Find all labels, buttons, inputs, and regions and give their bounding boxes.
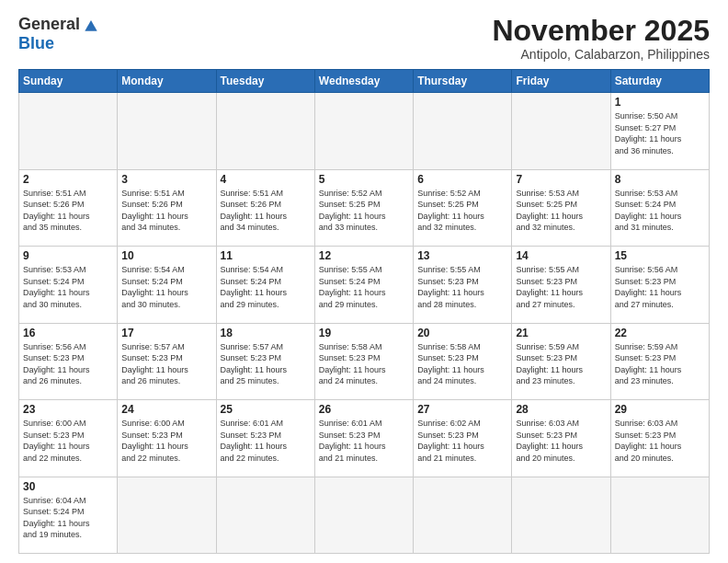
weekday-header-wednesday: Wednesday (314, 70, 413, 93)
calendar-cell: 9Sunrise: 5:53 AM Sunset: 5:24 PM Daylig… (19, 247, 118, 323)
calendar-cell: 26Sunrise: 6:01 AM Sunset: 5:23 PM Dayli… (314, 400, 413, 477)
calendar-cell: 22Sunrise: 5:59 AM Sunset: 5:23 PM Dayli… (610, 323, 709, 399)
day-number: 6 (417, 173, 507, 186)
day-info: Sunrise: 5:55 AM Sunset: 5:24 PM Dayligh… (319, 264, 409, 310)
day-number: 3 (121, 173, 211, 186)
calendar-cell: 17Sunrise: 5:57 AM Sunset: 5:23 PM Dayli… (118, 323, 216, 399)
day-info: Sunrise: 5:51 AM Sunset: 5:26 PM Dayligh… (121, 188, 211, 234)
day-info: Sunrise: 6:00 AM Sunset: 5:23 PM Dayligh… (121, 418, 211, 464)
day-number: 2 (23, 173, 113, 186)
day-number: 12 (319, 249, 409, 262)
day-info: Sunrise: 6:03 AM Sunset: 5:23 PM Dayligh… (516, 418, 606, 464)
calendar-cell: 6Sunrise: 5:52 AM Sunset: 5:25 PM Daylig… (414, 169, 512, 246)
day-number: 26 (319, 403, 409, 416)
calendar-week-row: 9Sunrise: 5:53 AM Sunset: 5:24 PM Daylig… (19, 247, 710, 323)
weekday-header-saturday: Saturday (610, 70, 709, 93)
day-info: Sunrise: 6:04 AM Sunset: 5:24 PM Dayligh… (23, 495, 113, 541)
calendar-week-row: 30Sunrise: 6:04 AM Sunset: 5:24 PM Dayli… (19, 477, 710, 553)
day-info: Sunrise: 6:03 AM Sunset: 5:23 PM Dayligh… (615, 418, 705, 464)
day-info: Sunrise: 5:53 AM Sunset: 5:25 PM Dayligh… (516, 188, 606, 234)
day-number: 16 (23, 327, 113, 339)
calendar-cell (216, 93, 314, 169)
weekday-header-thursday: Thursday (414, 70, 512, 93)
calendar-cell: 27Sunrise: 6:02 AM Sunset: 5:23 PM Dayli… (414, 400, 512, 477)
day-number: 24 (121, 403, 211, 416)
calendar-cell: 16Sunrise: 5:56 AM Sunset: 5:23 PM Dayli… (19, 323, 118, 399)
day-info: Sunrise: 5:59 AM Sunset: 5:23 PM Dayligh… (516, 341, 606, 387)
logo-general-text: General (18, 15, 80, 34)
header: General Blue November 2025 Antipolo, Cal… (18, 15, 710, 62)
calendar-week-row: 23Sunrise: 6:00 AM Sunset: 5:23 PM Dayli… (19, 400, 710, 477)
calendar-cell (118, 477, 216, 553)
day-number: 15 (615, 249, 705, 262)
day-info: Sunrise: 5:51 AM Sunset: 5:26 PM Dayligh… (221, 188, 311, 234)
day-number: 5 (319, 173, 409, 186)
calendar-table: SundayMondayTuesdayWednesdayThursdayFrid… (18, 69, 710, 554)
calendar-cell (314, 93, 413, 169)
day-number: 22 (615, 327, 705, 339)
day-number: 18 (221, 327, 311, 339)
day-info: Sunrise: 6:01 AM Sunset: 5:23 PM Dayligh… (319, 418, 409, 464)
calendar-cell: 4Sunrise: 5:51 AM Sunset: 5:26 PM Daylig… (216, 169, 314, 246)
calendar-cell: 13Sunrise: 5:55 AM Sunset: 5:23 PM Dayli… (414, 247, 512, 323)
calendar-cell (414, 93, 512, 169)
day-info: Sunrise: 5:53 AM Sunset: 5:24 PM Dayligh… (615, 188, 705, 234)
day-number: 21 (516, 327, 606, 339)
day-info: Sunrise: 5:53 AM Sunset: 5:24 PM Dayligh… (23, 264, 113, 310)
calendar-week-row: 16Sunrise: 5:56 AM Sunset: 5:23 PM Dayli… (19, 323, 710, 399)
svg-marker-0 (85, 20, 97, 31)
day-number: 9 (23, 249, 113, 262)
location: Antipolo, Calabarzon, Philippines (492, 47, 710, 62)
calendar-cell: 1Sunrise: 5:50 AM Sunset: 5:27 PM Daylig… (610, 93, 709, 169)
calendar-cell (512, 93, 610, 169)
calendar-week-row: 2Sunrise: 5:51 AM Sunset: 5:26 PM Daylig… (19, 169, 710, 246)
calendar-cell: 30Sunrise: 6:04 AM Sunset: 5:24 PM Dayli… (19, 477, 118, 553)
day-number: 23 (23, 403, 113, 416)
calendar-cell (414, 477, 512, 553)
day-info: Sunrise: 5:52 AM Sunset: 5:25 PM Dayligh… (417, 188, 507, 234)
calendar-cell (118, 93, 216, 169)
calendar-cell (610, 477, 709, 553)
weekday-header-friday: Friday (512, 70, 610, 93)
day-number: 25 (221, 403, 311, 416)
calendar-cell: 14Sunrise: 5:55 AM Sunset: 5:23 PM Dayli… (512, 247, 610, 323)
day-number: 1 (615, 96, 705, 109)
calendar-cell (216, 477, 314, 553)
day-number: 17 (121, 327, 211, 339)
logo-blue-text: Blue (18, 34, 54, 53)
day-info: Sunrise: 5:58 AM Sunset: 5:23 PM Dayligh… (319, 341, 409, 387)
weekday-header-row: SundayMondayTuesdayWednesdayThursdayFrid… (19, 70, 710, 93)
day-info: Sunrise: 5:51 AM Sunset: 5:26 PM Dayligh… (23, 188, 113, 234)
day-number: 7 (516, 173, 606, 186)
day-info: Sunrise: 5:59 AM Sunset: 5:23 PM Dayligh… (615, 341, 705, 387)
day-info: Sunrise: 6:01 AM Sunset: 5:23 PM Dayligh… (221, 418, 311, 464)
calendar-cell: 5Sunrise: 5:52 AM Sunset: 5:25 PM Daylig… (314, 169, 413, 246)
day-number: 4 (221, 173, 311, 186)
logo-blue-triangle-icon (82, 16, 100, 34)
day-info: Sunrise: 6:02 AM Sunset: 5:23 PM Dayligh… (417, 418, 507, 464)
day-number: 29 (615, 403, 705, 416)
calendar-week-row: 1Sunrise: 5:50 AM Sunset: 5:27 PM Daylig… (19, 93, 710, 169)
day-info: Sunrise: 5:52 AM Sunset: 5:25 PM Dayligh… (319, 188, 409, 234)
calendar-cell: 2Sunrise: 5:51 AM Sunset: 5:26 PM Daylig… (19, 169, 118, 246)
day-info: Sunrise: 5:54 AM Sunset: 5:24 PM Dayligh… (121, 264, 211, 310)
calendar-cell (19, 93, 118, 169)
day-number: 27 (417, 403, 507, 416)
calendar-cell: 8Sunrise: 5:53 AM Sunset: 5:24 PM Daylig… (610, 169, 709, 246)
day-info: Sunrise: 5:56 AM Sunset: 5:23 PM Dayligh… (23, 341, 113, 387)
day-info: Sunrise: 5:57 AM Sunset: 5:23 PM Dayligh… (121, 341, 211, 387)
day-number: 19 (319, 327, 409, 339)
calendar-cell: 3Sunrise: 5:51 AM Sunset: 5:26 PM Daylig… (118, 169, 216, 246)
calendar-cell (512, 477, 610, 553)
day-number: 30 (23, 480, 113, 493)
weekday-header-tuesday: Tuesday (216, 70, 314, 93)
day-info: Sunrise: 5:55 AM Sunset: 5:23 PM Dayligh… (417, 264, 507, 310)
calendar-cell: 20Sunrise: 5:58 AM Sunset: 5:23 PM Dayli… (414, 323, 512, 399)
calendar-cell: 23Sunrise: 6:00 AM Sunset: 5:23 PM Dayli… (19, 400, 118, 477)
day-number: 10 (121, 249, 211, 262)
logo: General Blue (18, 15, 100, 53)
day-info: Sunrise: 5:50 AM Sunset: 5:27 PM Dayligh… (615, 110, 705, 156)
calendar-cell: 15Sunrise: 5:56 AM Sunset: 5:23 PM Dayli… (610, 247, 709, 323)
calendar-cell: 10Sunrise: 5:54 AM Sunset: 5:24 PM Dayli… (118, 247, 216, 323)
title-block: November 2025 Antipolo, Calabarzon, Phil… (492, 15, 710, 62)
